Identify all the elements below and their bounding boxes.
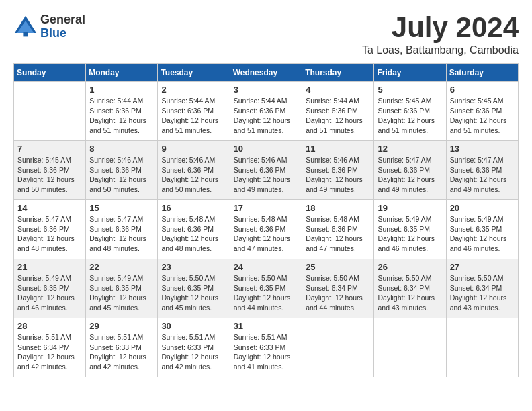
day-info: Sunrise: 5:48 AM Sunset: 6:36 PM Dayligh…: [306, 214, 370, 254]
calendar-day-cell: 4Sunrise: 5:44 AM Sunset: 6:36 PM Daylig…: [302, 82, 374, 141]
day-info: Sunrise: 5:50 AM Sunset: 6:34 PM Dayligh…: [306, 273, 370, 313]
calendar-day-cell: 19Sunrise: 5:49 AM Sunset: 6:35 PM Dayli…: [374, 200, 446, 259]
day-number: 27: [450, 262, 515, 272]
calendar-day-cell: 31Sunrise: 5:51 AM Sunset: 6:33 PM Dayli…: [230, 318, 302, 377]
day-number: 23: [161, 262, 226, 272]
calendar-day-cell: 17Sunrise: 5:48 AM Sunset: 6:36 PM Dayli…: [230, 200, 302, 259]
calendar-day-cell: 21Sunrise: 5:49 AM Sunset: 6:35 PM Dayli…: [14, 259, 86, 318]
calendar-day-cell: 3Sunrise: 5:44 AM Sunset: 6:36 PM Daylig…: [230, 82, 302, 141]
day-number: 25: [306, 262, 370, 272]
calendar-day-cell: 22Sunrise: 5:49 AM Sunset: 6:35 PM Dayli…: [86, 259, 158, 318]
day-number: 9: [161, 144, 226, 154]
day-info: Sunrise: 5:50 AM Sunset: 6:34 PM Dayligh…: [450, 273, 515, 313]
day-info: Sunrise: 5:50 AM Sunset: 6:35 PM Dayligh…: [234, 273, 299, 313]
calendar-day-cell: 14Sunrise: 5:47 AM Sunset: 6:36 PM Dayli…: [14, 200, 86, 259]
weekday-header-cell: Thursday: [302, 64, 374, 82]
svg-rect-2: [23, 32, 28, 36]
logo-text: General Blue: [40, 13, 85, 40]
day-number: 31: [234, 321, 299, 331]
calendar-day-cell: 25Sunrise: 5:50 AM Sunset: 6:34 PM Dayli…: [302, 259, 374, 318]
day-number: 26: [378, 262, 442, 272]
day-info: Sunrise: 5:46 AM Sunset: 6:36 PM Dayligh…: [161, 155, 226, 195]
day-info: Sunrise: 5:48 AM Sunset: 6:36 PM Dayligh…: [234, 214, 299, 254]
day-info: Sunrise: 5:45 AM Sunset: 6:36 PM Dayligh…: [450, 96, 515, 136]
calendar-day-cell: 27Sunrise: 5:50 AM Sunset: 6:34 PM Dayli…: [446, 259, 518, 318]
calendar-day-cell: 8Sunrise: 5:46 AM Sunset: 6:36 PM Daylig…: [86, 141, 158, 200]
day-info: Sunrise: 5:51 AM Sunset: 6:33 PM Dayligh…: [161, 332, 226, 372]
day-number: 8: [89, 144, 154, 154]
day-number: 21: [17, 262, 82, 272]
calendar-day-cell: 29Sunrise: 5:51 AM Sunset: 6:33 PM Dayli…: [86, 318, 158, 377]
month-title: July 2024: [362, 13, 519, 42]
day-number: 24: [234, 262, 299, 272]
day-info: Sunrise: 5:45 AM Sunset: 6:36 PM Dayligh…: [17, 155, 82, 195]
weekday-header-cell: Tuesday: [158, 64, 230, 82]
day-info: Sunrise: 5:51 AM Sunset: 6:33 PM Dayligh…: [89, 332, 154, 372]
weekday-header-cell: Sunday: [14, 64, 86, 82]
day-info: Sunrise: 5:47 AM Sunset: 6:36 PM Dayligh…: [378, 155, 442, 195]
day-info: Sunrise: 5:49 AM Sunset: 6:35 PM Dayligh…: [450, 214, 515, 254]
weekday-header-cell: Monday: [86, 64, 158, 82]
calendar-week-row: 1Sunrise: 5:44 AM Sunset: 6:36 PM Daylig…: [14, 82, 519, 141]
day-info: Sunrise: 5:47 AM Sunset: 6:36 PM Dayligh…: [17, 214, 82, 254]
day-number: 5: [378, 85, 442, 95]
day-info: Sunrise: 5:46 AM Sunset: 6:36 PM Dayligh…: [234, 155, 299, 195]
day-number: 13: [450, 144, 515, 154]
calendar-day-cell: 12Sunrise: 5:47 AM Sunset: 6:36 PM Dayli…: [374, 141, 446, 200]
day-number: 11: [306, 144, 370, 154]
weekday-header-cell: Wednesday: [230, 64, 302, 82]
day-info: Sunrise: 5:48 AM Sunset: 6:36 PM Dayligh…: [161, 214, 226, 254]
calendar-day-cell: [374, 318, 446, 377]
day-info: Sunrise: 5:49 AM Sunset: 6:35 PM Dayligh…: [89, 273, 154, 313]
calendar-day-cell: 13Sunrise: 5:47 AM Sunset: 6:36 PM Dayli…: [446, 141, 518, 200]
calendar-day-cell: 30Sunrise: 5:51 AM Sunset: 6:33 PM Dayli…: [158, 318, 230, 377]
calendar-week-row: 14Sunrise: 5:47 AM Sunset: 6:36 PM Dayli…: [14, 200, 519, 259]
day-info: Sunrise: 5:49 AM Sunset: 6:35 PM Dayligh…: [378, 214, 442, 254]
calendar-day-cell: 5Sunrise: 5:45 AM Sunset: 6:36 PM Daylig…: [374, 82, 446, 141]
day-info: Sunrise: 5:50 AM Sunset: 6:34 PM Dayligh…: [378, 273, 442, 313]
calendar-day-cell: [14, 82, 86, 141]
calendar-day-cell: 20Sunrise: 5:49 AM Sunset: 6:35 PM Dayli…: [446, 200, 518, 259]
page-header: General Blue July 2024 Ta Loas, Battamba…: [13, 13, 519, 56]
calendar-day-cell: 2Sunrise: 5:44 AM Sunset: 6:36 PM Daylig…: [158, 82, 230, 141]
calendar-day-cell: 10Sunrise: 5:46 AM Sunset: 6:36 PM Dayli…: [230, 141, 302, 200]
calendar-week-row: 21Sunrise: 5:49 AM Sunset: 6:35 PM Dayli…: [14, 259, 519, 318]
calendar-day-cell: 28Sunrise: 5:51 AM Sunset: 6:34 PM Dayli…: [14, 318, 86, 377]
calendar-day-cell: 18Sunrise: 5:48 AM Sunset: 6:36 PM Dayli…: [302, 200, 374, 259]
calendar-day-cell: 16Sunrise: 5:48 AM Sunset: 6:36 PM Dayli…: [158, 200, 230, 259]
day-number: 30: [161, 321, 226, 331]
calendar-day-cell: 9Sunrise: 5:46 AM Sunset: 6:36 PM Daylig…: [158, 141, 230, 200]
day-number: 15: [89, 203, 154, 213]
day-number: 14: [17, 203, 82, 213]
day-info: Sunrise: 5:44 AM Sunset: 6:36 PM Dayligh…: [234, 96, 299, 136]
calendar-day-cell: [302, 318, 374, 377]
day-info: Sunrise: 5:50 AM Sunset: 6:35 PM Dayligh…: [161, 273, 226, 313]
day-info: Sunrise: 5:44 AM Sunset: 6:36 PM Dayligh…: [161, 96, 226, 136]
day-number: 28: [17, 321, 82, 331]
day-number: 29: [89, 321, 154, 331]
logo-icon: [13, 15, 38, 39]
calendar-day-cell: 24Sunrise: 5:50 AM Sunset: 6:35 PM Dayli…: [230, 259, 302, 318]
calendar-table: SundayMondayTuesdayWednesdayThursdayFrid…: [13, 63, 519, 377]
day-number: 4: [306, 85, 370, 95]
day-number: 18: [306, 203, 370, 213]
weekday-header-row: SundayMondayTuesdayWednesdayThursdayFrid…: [14, 64, 519, 82]
logo-general-text: General: [40, 13, 85, 27]
calendar-day-cell: 7Sunrise: 5:45 AM Sunset: 6:36 PM Daylig…: [14, 141, 86, 200]
day-info: Sunrise: 5:45 AM Sunset: 6:36 PM Dayligh…: [378, 96, 442, 136]
day-info: Sunrise: 5:51 AM Sunset: 6:33 PM Dayligh…: [234, 332, 299, 372]
day-number: 6: [450, 85, 515, 95]
day-number: 22: [89, 262, 154, 272]
day-number: 19: [378, 203, 442, 213]
title-area: July 2024 Ta Loas, Battambang, Cambodia: [362, 13, 519, 56]
logo: General Blue: [13, 13, 85, 40]
calendar-day-cell: 15Sunrise: 5:47 AM Sunset: 6:36 PM Dayli…: [86, 200, 158, 259]
calendar-day-cell: 23Sunrise: 5:50 AM Sunset: 6:35 PM Dayli…: [158, 259, 230, 318]
day-number: 20: [450, 203, 515, 213]
calendar-week-row: 7Sunrise: 5:45 AM Sunset: 6:36 PM Daylig…: [14, 141, 519, 200]
day-number: 2: [161, 85, 226, 95]
calendar-day-cell: [446, 318, 518, 377]
calendar-day-cell: 1Sunrise: 5:44 AM Sunset: 6:36 PM Daylig…: [86, 82, 158, 141]
day-number: 10: [234, 144, 299, 154]
day-info: Sunrise: 5:49 AM Sunset: 6:35 PM Dayligh…: [17, 273, 82, 313]
